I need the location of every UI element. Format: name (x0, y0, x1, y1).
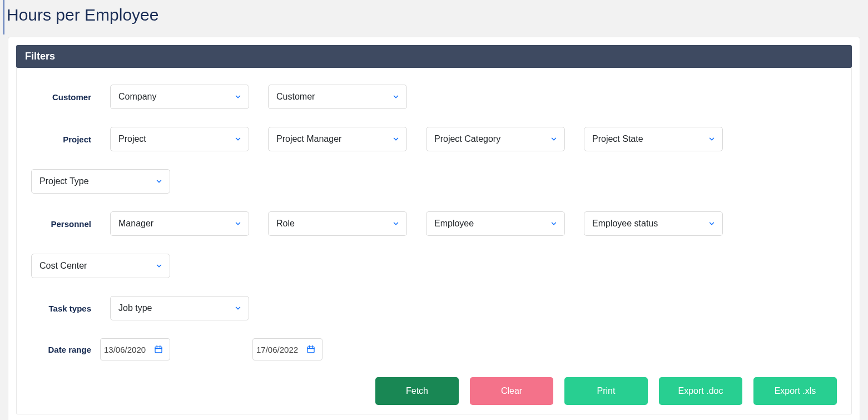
chevron-down-icon (392, 93, 400, 101)
chevron-down-icon (392, 135, 400, 143)
select-role-text: Role (276, 219, 295, 229)
print-button[interactable]: Print (564, 377, 648, 405)
filters-header: Filters (16, 45, 852, 68)
select-company[interactable]: Company (110, 85, 249, 109)
page-title: Hours per Employee (3, 0, 866, 34)
row-personnel: Personnel Manager Role Employee (31, 211, 837, 236)
select-project-manager[interactable]: Project Manager (268, 127, 407, 151)
select-employee-text: Employee (434, 219, 474, 229)
row-date-range: Date range (31, 338, 837, 360)
label-personnel: Personnel (31, 219, 91, 229)
date-from-input[interactable] (104, 345, 152, 354)
calendar-icon (154, 345, 163, 354)
label-project: Project (31, 135, 91, 144)
select-job-type[interactable]: Job type (110, 296, 249, 320)
export-doc-button[interactable]: Export .doc (659, 377, 742, 405)
select-role[interactable]: Role (268, 211, 407, 236)
select-project-state-text: Project State (592, 134, 643, 144)
select-project-category-text: Project Category (434, 134, 500, 144)
filters-body: Customer Company Customer Project (16, 68, 852, 414)
filters-panel: Filters Customer Company Customer (8, 37, 860, 420)
date-to[interactable] (252, 338, 323, 360)
select-project-manager-text: Project Manager (276, 134, 341, 144)
select-project-type-text: Project Type (39, 176, 89, 186)
select-employee-status-text: Employee status (592, 219, 658, 229)
actions-bar: Fetch Clear Print Export .doc Export .xl… (31, 377, 837, 405)
fetch-button[interactable]: Fetch (375, 377, 459, 405)
chevron-down-icon (392, 220, 400, 228)
svg-rect-4 (307, 347, 314, 353)
row-project-extra: Project Type (31, 169, 837, 194)
row-customer: Customer Company Customer (31, 85, 837, 109)
select-customer-text: Customer (276, 92, 315, 102)
calendar-icon (306, 345, 315, 354)
select-job-type-text: Job type (118, 303, 152, 313)
chevron-down-icon (550, 220, 558, 228)
chevron-down-icon (234, 135, 242, 143)
row-project: Project Project Project Manager Project … (31, 127, 837, 151)
select-cost-center[interactable]: Cost Center (31, 254, 170, 278)
select-cost-center-text: Cost Center (39, 261, 87, 271)
chevron-down-icon (708, 220, 716, 228)
select-employee-status[interactable]: Employee status (584, 211, 723, 236)
select-project[interactable]: Project (110, 127, 249, 151)
chevron-down-icon (234, 93, 242, 101)
svg-rect-0 (155, 347, 162, 353)
select-project-type[interactable]: Project Type (31, 169, 170, 194)
label-date-range: Date range (31, 345, 91, 354)
select-employee[interactable]: Employee (426, 211, 565, 236)
label-task-types: Task types (31, 304, 91, 313)
label-customer: Customer (31, 92, 91, 102)
export-xls-button[interactable]: Export .xls (753, 377, 837, 405)
select-project-category[interactable]: Project Category (426, 127, 565, 151)
row-personnel-extra: Cost Center (31, 254, 837, 278)
date-from[interactable] (100, 338, 170, 360)
select-project-state[interactable]: Project State (584, 127, 723, 151)
select-company-text: Company (118, 92, 156, 102)
select-project-text: Project (118, 134, 146, 144)
chevron-down-icon (234, 304, 242, 312)
chevron-down-icon (550, 135, 558, 143)
select-manager[interactable]: Manager (110, 211, 249, 236)
date-to-input[interactable] (256, 345, 304, 354)
select-manager-text: Manager (118, 219, 153, 229)
clear-button[interactable]: Clear (470, 377, 553, 405)
chevron-down-icon (708, 135, 716, 143)
row-task-types: Task types Job type (31, 296, 837, 320)
chevron-down-icon (155, 177, 163, 185)
chevron-down-icon (155, 262, 163, 270)
select-customer[interactable]: Customer (268, 85, 407, 109)
chevron-down-icon (234, 220, 242, 228)
